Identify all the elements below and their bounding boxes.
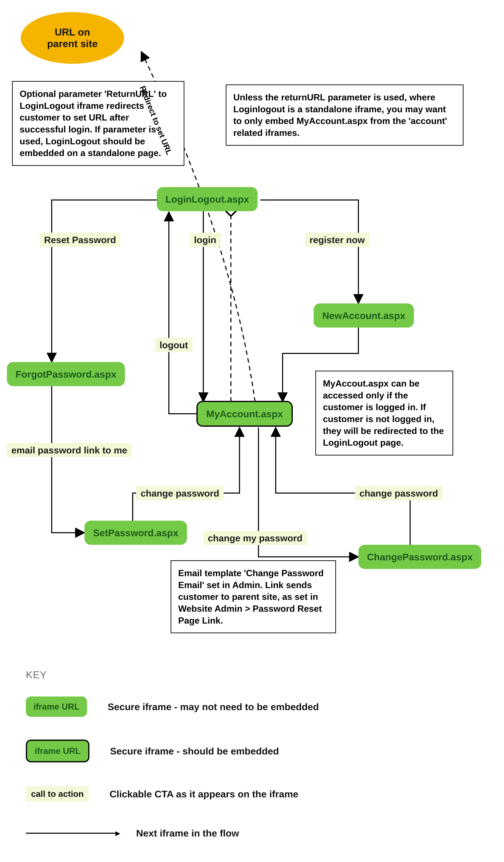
url-parent-ellipse: URL on parent site — [21, 12, 124, 64]
key-row-3: Next iframe in the flow — [26, 827, 456, 839]
node-loginlogout: LoginLogout.aspx — [157, 187, 257, 211]
key-title: KEY — [26, 669, 47, 680]
cta-change-my-password: change my password — [203, 531, 307, 545]
note-unless: Unless the returnURL parameter is used, … — [226, 84, 464, 146]
node-myaccount: MyAccount.aspx — [196, 401, 293, 427]
key-swatch-cta: call to action — [26, 786, 89, 802]
key-text-0: Secure iframe - may not need to be embed… — [108, 701, 319, 713]
cta-reset-password: Reset Password — [40, 233, 120, 247]
key-swatch-node-soft: iframe URL — [26, 696, 87, 717]
cta-logout: logout — [155, 338, 193, 352]
key-text-3: Next iframe in the flow — [136, 827, 239, 839]
key-swatch-arrow-solid — [26, 833, 116, 834]
key-row-1: iframe URL Secure iframe - should be emb… — [26, 740, 279, 762]
note-myaccount: MyAccout.aspx can be accessed only if th… — [315, 371, 453, 456]
cta-login: login — [189, 233, 221, 247]
key-swatch-node-embed: iframe URL — [26, 740, 90, 762]
key-text-1: Secure iframe - should be embedded — [110, 745, 279, 757]
note-emailtemplate: Email template 'Change Password Email' s… — [171, 560, 336, 633]
node-setpassword: SetPassword.aspx — [84, 521, 187, 545]
node-newaccount: NewAccount.aspx — [314, 303, 414, 328]
key-row-0: iframe URL Secure iframe - may not need … — [26, 696, 319, 717]
cta-change-password-left: change password — [136, 486, 224, 500]
node-changepassword: ChangePassword.aspx — [358, 545, 481, 569]
cta-change-password-right: change password — [355, 486, 442, 500]
cta-email-link: email password link to me — [7, 443, 132, 457]
key-row-2: call to action Clickable CTA as it appea… — [26, 786, 298, 802]
node-forgotpassword: ForgotPassword.aspx — [7, 362, 125, 386]
cta-register-now: register now — [305, 233, 369, 247]
key-text-2: Clickable CTA as it appears on the ifram… — [110, 788, 298, 800]
